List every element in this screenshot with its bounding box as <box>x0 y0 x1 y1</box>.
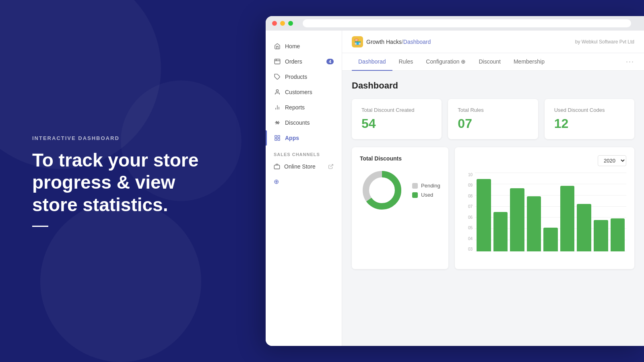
sidebar: Home Orders 4 Products <box>266 31 342 346</box>
customers-icon <box>274 88 281 96</box>
tab-rules[interactable]: Rules <box>392 53 420 71</box>
stat-label-used-codes: Used Discount Codes <box>554 107 625 113</box>
bar-item <box>477 173 491 251</box>
chart-inner <box>475 173 626 251</box>
dashboard-content: Dashboard Total Discount Created 54 Tota… <box>342 71 644 346</box>
sidebar-item-discounts[interactable]: Discounts <box>266 115 342 130</box>
app-icon-box: 🏪 <box>352 36 363 47</box>
nav-tabs: Dashborad Rules Configuration ⊕ Discount… <box>342 53 644 71</box>
products-icon <box>274 73 281 80</box>
discounts-icon <box>274 119 281 126</box>
bar <box>510 188 524 251</box>
y-label-04: 04 <box>468 237 473 241</box>
bar <box>527 196 541 251</box>
year-select[interactable]: 2020 2019 2018 <box>598 155 626 166</box>
sidebar-item-apps-label: Apps <box>285 135 299 141</box>
reports-icon <box>274 104 281 111</box>
stat-value-total-rules: 07 <box>458 116 528 131</box>
sidebar-item-orders[interactable]: Orders 4 <box>266 54 342 69</box>
sidebar-item-home[interactable]: Home <box>266 39 342 54</box>
sidebar-item-reports[interactable]: Reports <box>266 100 342 115</box>
sales-channels-label: SALES CHANNELS <box>266 146 342 159</box>
store-icon <box>274 163 280 170</box>
donut-title: Total Discounts <box>360 155 440 162</box>
tab-membership[interactable]: Membership <box>507 53 551 71</box>
legend-dot-used <box>412 192 418 198</box>
bar-item <box>594 173 608 251</box>
app-icon: 🏪 <box>354 39 361 45</box>
sidebar-item-online-store[interactable]: Online Store <box>266 159 342 174</box>
sidebar-item-customers-label: Customers <box>285 89 312 95</box>
bars-container <box>475 173 626 251</box>
stats-row: Total Discount Created 54 Total Rules 07… <box>352 99 634 139</box>
stat-value-total-discount: 54 <box>361 116 432 131</box>
tab-more[interactable]: ··· <box>626 58 634 66</box>
bar <box>477 179 491 251</box>
breadcrumb-app: Growth Hacks <box>366 39 402 45</box>
subtitle: INTERACTIVE DASHBOARD <box>32 135 209 141</box>
bottom-row: Total Discounts Pend <box>352 147 634 269</box>
donut-legend: Pending Used <box>412 183 440 198</box>
breadcrumb: Growth Hacks/Dashboard <box>366 39 431 45</box>
y-axis: 10 09 08 07 06 05 04 03 <box>463 173 473 251</box>
stat-card-total-rules: Total Rules 07 <box>448 99 538 139</box>
svg-point-4 <box>276 90 278 92</box>
sidebar-item-customers[interactable]: Customers <box>266 84 342 100</box>
tab-discount[interactable]: Discount <box>472 53 507 71</box>
legend-item-pending: Pending <box>412 183 440 189</box>
bar-item <box>493 173 508 251</box>
apps-icon <box>274 134 281 142</box>
browser-url-bar <box>303 19 631 27</box>
browser-window: Home Orders 4 Products <box>266 16 644 346</box>
svg-rect-15 <box>274 165 279 169</box>
sidebar-item-products-label: Products <box>285 74 307 80</box>
sidebar-item-home-label: Home <box>285 43 300 49</box>
main-title: To track your store progress & view stor… <box>32 149 209 216</box>
donut-card: Total Discounts Pend <box>352 147 448 269</box>
y-label-09: 09 <box>468 183 473 187</box>
sidebar-item-products[interactable]: Products <box>266 69 342 84</box>
sidebar-add-channel[interactable]: ⊕ <box>266 174 342 189</box>
dashboard-title: Dashboard <box>352 80 634 91</box>
sidebar-item-apps[interactable]: Apps <box>266 130 342 146</box>
bar <box>493 212 508 251</box>
y-label-03: 03 <box>468 247 473 251</box>
svg-point-8 <box>276 121 277 123</box>
online-store-label: Online Store <box>284 163 316 170</box>
y-label-07: 07 <box>468 204 473 209</box>
legend-item-used: Used <box>412 192 440 198</box>
stat-value-used-codes: 12 <box>554 116 625 131</box>
svg-rect-13 <box>275 138 277 140</box>
app-content: Home Orders 4 Products <box>266 31 644 346</box>
browser-maximize-dot[interactable] <box>288 21 293 26</box>
topbar: 🏪 Growth Hacks/Dashboard by Webkul Softw… <box>342 31 644 53</box>
donut-container: Pending Used <box>360 168 440 212</box>
browser-minimize-dot[interactable] <box>280 21 285 26</box>
stat-label-total-rules: Total Rules <box>458 107 528 113</box>
browser-close-dot[interactable] <box>272 21 277 26</box>
y-label-10: 10 <box>468 173 473 177</box>
stat-card-total-discount: Total Discount Created 54 <box>352 99 442 139</box>
external-link-icon <box>328 164 334 169</box>
orders-badge: 4 <box>326 59 334 64</box>
browser-topbar <box>266 16 644 31</box>
sidebar-item-discounts-label: Discounts <box>285 119 310 126</box>
bar <box>543 228 558 251</box>
divider <box>32 226 48 227</box>
svg-rect-0 <box>275 59 280 64</box>
svg-rect-12 <box>278 136 280 138</box>
legend-dot-pending <box>412 183 418 189</box>
legend-label-pending: Pending <box>421 183 440 189</box>
tab-dashboard[interactable]: Dashborad <box>352 53 392 71</box>
bar-item <box>543 173 558 251</box>
tab-configuration[interactable]: Configuration ⊕ <box>419 53 472 71</box>
breadcrumb-current: Dashboard <box>403 39 431 45</box>
main-area: 🏪 Growth Hacks/Dashboard by Webkul Softw… <box>342 31 644 346</box>
stat-card-used-codes: Used Discount Codes 12 <box>545 99 634 139</box>
y-label-08: 08 <box>468 194 473 198</box>
bar <box>577 204 591 251</box>
stat-label-total-discount: Total Discount Created <box>361 107 432 113</box>
legend-label-used: Used <box>421 192 433 198</box>
left-panel: INTERACTIVE DASHBOARD To track your stor… <box>32 0 209 362</box>
add-channel-icon: ⊕ <box>274 178 279 185</box>
